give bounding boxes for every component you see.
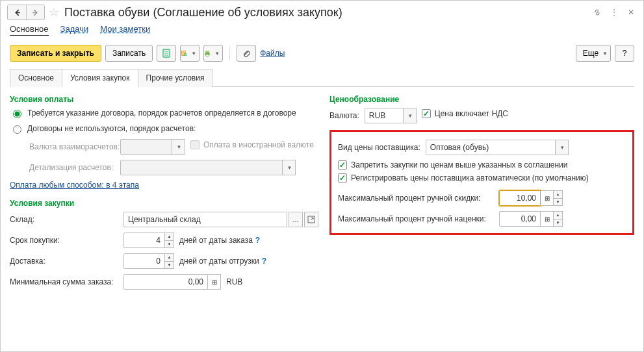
- warehouse-open-button[interactable]: [304, 212, 318, 227]
- create-from-button[interactable]: ▼: [180, 45, 200, 62]
- tab-main[interactable]: Основное: [10, 69, 62, 87]
- min-sum-label: Минимальная сумма заказа:: [10, 277, 123, 286]
- min-sum-currency: RUB: [226, 277, 242, 286]
- section-main[interactable]: Основное: [10, 24, 49, 36]
- svg-rect-10: [206, 54, 209, 56]
- min-sum-calc-button[interactable]: ⊞: [208, 274, 221, 290]
- report-button[interactable]: [157, 45, 176, 62]
- settlement-currency-dropdown: ▼: [172, 139, 185, 155]
- purchase-conditions-title: Условия закупки: [10, 199, 322, 208]
- term-label: Срок покупки:: [10, 236, 123, 245]
- pricing-currency-label: Валюта:: [329, 111, 359, 120]
- save-button[interactable]: Записать: [105, 45, 153, 62]
- warehouse-input[interactable]: Центральный склад: [123, 212, 287, 227]
- detail-input: [120, 160, 283, 175]
- delivery-input[interactable]: 0: [123, 253, 165, 269]
- max-markup-input[interactable]: 0,00: [499, 211, 541, 227]
- max-markup-spinner[interactable]: ▲▼: [554, 211, 563, 227]
- max-markup-calc-button[interactable]: ⊞: [541, 211, 554, 227]
- forward-button[interactable]: [26, 5, 44, 19]
- page-title: Поставка обуви (Соглашение об условиях з…: [64, 6, 342, 19]
- min-sum-input[interactable]: 0,00: [123, 274, 208, 290]
- back-button[interactable]: [8, 5, 26, 19]
- vat-included-label: Цена включает НДС: [435, 109, 508, 118]
- term-spinner[interactable]: ▲▼: [165, 233, 174, 248]
- vendor-price-type-label: Вид цены поставщика:: [338, 143, 420, 152]
- delivery-after-label: дней от даты отгрузки: [179, 257, 259, 266]
- delivery-spinner[interactable]: ▲▼: [165, 253, 174, 269]
- term-after-label: дней от даты заказа: [179, 236, 253, 245]
- link-icon[interactable]: [591, 6, 603, 18]
- max-markup-label: Максимальный процент ручной наценки:: [338, 214, 499, 223]
- print-button[interactable]: ▼: [203, 45, 223, 62]
- max-discount-spinner[interactable]: ▲▼: [554, 190, 563, 206]
- detail-dropdown: ▼: [283, 160, 296, 175]
- pricing-currency-input[interactable]: RUB: [365, 108, 404, 123]
- more-button[interactable]: Еще▼: [576, 45, 611, 62]
- radio-contract-label: Требуется указание договора, порядок рас…: [27, 108, 296, 118]
- term-input[interactable]: 4: [123, 233, 165, 248]
- settlement-currency-input: [120, 139, 172, 155]
- foreign-payment-checkbox: [190, 140, 200, 149]
- term-help-icon[interactable]: ?: [255, 236, 260, 245]
- tab-purchase[interactable]: Условия закупок: [62, 69, 138, 87]
- forbid-above-checkbox[interactable]: [338, 160, 347, 170]
- tab-other[interactable]: Прочие условия: [138, 69, 213, 87]
- max-discount-input[interactable]: 10,00: [499, 190, 541, 206]
- payment-method-link[interactable]: Оплата любым способом: в 4 этапа: [10, 181, 139, 190]
- warehouse-pick-button[interactable]: ...: [289, 212, 303, 227]
- kebab-icon[interactable]: ⋮: [608, 6, 620, 18]
- vendor-price-type-dropdown[interactable]: ▼: [556, 140, 569, 155]
- delivery-help-icon[interactable]: ?: [262, 257, 266, 266]
- settlement-currency-label: Валюта взаиморасчетов:: [10, 142, 120, 151]
- warehouse-label: Склад:: [10, 215, 123, 224]
- close-icon[interactable]: ✕: [625, 6, 637, 18]
- payment-conditions-title: Условия оплаты: [10, 95, 322, 104]
- vendor-price-type-input[interactable]: Оптовая (обувь): [426, 140, 556, 155]
- forbid-above-label: Запретить закупки по ценам выше указанны…: [351, 160, 568, 170]
- svg-rect-8: [205, 51, 209, 53]
- max-discount-calc-button[interactable]: ⊞: [541, 190, 554, 206]
- save-close-button[interactable]: Записать и закрыть: [10, 45, 101, 62]
- radio-nocontract[interactable]: [13, 125, 21, 134]
- delivery-label: Доставка:: [10, 257, 123, 266]
- star-icon[interactable]: ☆: [49, 5, 59, 19]
- auto-register-label: Регистрировать цены поставщика автоматич…: [351, 173, 589, 182]
- pricing-currency-dropdown[interactable]: ▼: [404, 108, 417, 123]
- help-button[interactable]: ?: [615, 45, 634, 62]
- max-discount-label: Максимальный процент ручной скидки:: [338, 194, 499, 203]
- detail-label: Детализация расчетов:: [10, 163, 120, 172]
- files-link[interactable]: Файлы: [260, 49, 285, 58]
- attach-button[interactable]: [237, 45, 256, 62]
- radio-contract[interactable]: [13, 110, 21, 118]
- auto-register-checkbox[interactable]: [338, 173, 347, 182]
- foreign-payment-label: Оплата в иностранной валюте: [203, 140, 314, 149]
- vat-included-checkbox[interactable]: [422, 109, 431, 118]
- section-tasks[interactable]: Задачи: [60, 24, 89, 36]
- pricing-title: Ценообразование: [329, 95, 634, 104]
- section-notes[interactable]: Мои заметки: [100, 24, 150, 36]
- radio-nocontract-label: Договоры не используются, порядок расчет…: [27, 124, 196, 133]
